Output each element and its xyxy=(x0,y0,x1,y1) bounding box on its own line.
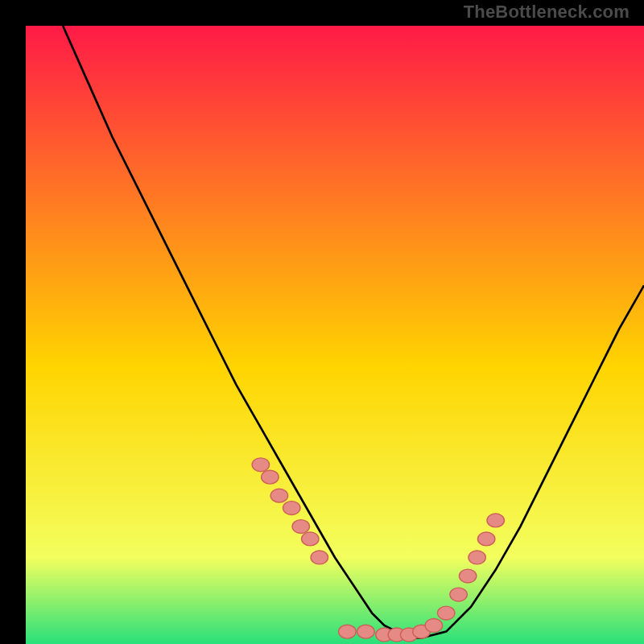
watermark-text: TheBottleneck.com xyxy=(464,2,630,23)
marker-dot xyxy=(302,532,320,546)
marker-dot xyxy=(339,625,357,638)
marker-dot xyxy=(487,514,505,527)
chart-frame xyxy=(13,13,631,631)
marker-dot xyxy=(283,502,300,515)
marker-dot xyxy=(252,458,270,472)
marker-dot xyxy=(357,625,375,638)
marker-dot xyxy=(292,520,310,534)
marker-dot xyxy=(469,551,486,564)
marker-dot xyxy=(450,588,468,601)
marker-dot xyxy=(262,470,279,484)
marker-dot xyxy=(437,606,455,620)
gradient-background xyxy=(26,26,644,644)
marker-dot xyxy=(425,619,443,633)
marker-dot xyxy=(477,532,495,546)
marker-dot xyxy=(459,569,477,583)
marker-dot xyxy=(311,551,328,564)
marker-dot xyxy=(270,489,288,502)
chart-svg xyxy=(26,26,644,644)
